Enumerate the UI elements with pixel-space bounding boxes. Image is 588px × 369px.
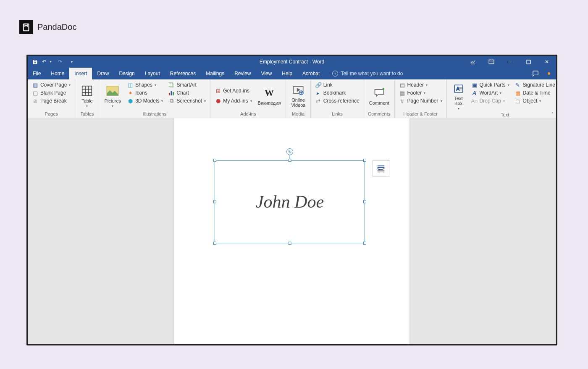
date-time-button[interactable]: ▦Date & Time bbox=[513, 89, 557, 97]
quick-parts-button[interactable]: ▣Quick Parts▾ bbox=[470, 81, 511, 89]
resize-handle-bm[interactable] bbox=[289, 242, 291, 245]
svg-rect-1 bbox=[489, 60, 494, 63]
link-button[interactable]: 🔗Link bbox=[313, 81, 361, 89]
smartart-button[interactable]: ⿻SmartArt bbox=[166, 81, 207, 89]
my-addins-button[interactable]: ⬣My Add-ins▾ bbox=[213, 97, 253, 105]
tab-review[interactable]: Review bbox=[229, 68, 256, 79]
chart-icon bbox=[168, 90, 175, 96]
page-break-icon: ⎚ bbox=[32, 98, 39, 104]
resize-handle-ml[interactable] bbox=[213, 200, 216, 203]
cover-page-icon: ▥ bbox=[32, 82, 39, 88]
ribbon-mode-icon[interactable] bbox=[482, 56, 501, 68]
tab-mailings[interactable]: Mailings bbox=[201, 68, 229, 79]
feedback-icon[interactable] bbox=[532, 70, 539, 77]
svg-rect-16 bbox=[378, 171, 385, 172]
online-videos-button[interactable]: Online Videos bbox=[289, 81, 307, 111]
tab-draw[interactable]: Draw bbox=[92, 68, 114, 79]
footer-button[interactable]: ▦Footer▾ bbox=[397, 89, 444, 97]
close-button[interactable]: ✕ bbox=[538, 56, 556, 68]
resize-handle-tl[interactable] bbox=[213, 159, 216, 162]
rotate-handle[interactable]: ↻ bbox=[286, 148, 293, 155]
document-area: ↻ John Doe bbox=[28, 118, 556, 344]
signature-line-button[interactable]: ✎Signature Line▾ bbox=[513, 81, 557, 89]
link-icon: 🔗 bbox=[315, 82, 322, 88]
tab-file[interactable]: File bbox=[28, 68, 46, 79]
screenshot-button[interactable]: ⧉Screenshot▾ bbox=[166, 97, 207, 105]
page-break-button[interactable]: ⎚Page Break bbox=[30, 97, 72, 105]
tab-references[interactable]: References bbox=[165, 68, 201, 79]
group-illustrations-label: Illustrations bbox=[102, 111, 207, 118]
pictures-icon bbox=[106, 84, 119, 98]
tab-help[interactable]: Help bbox=[277, 68, 297, 79]
group-addins-label: Add-ins bbox=[213, 111, 283, 118]
signature-text[interactable]: John Doe bbox=[256, 192, 324, 212]
collapse-ribbon-icon[interactable]: ˄ bbox=[551, 112, 554, 116]
comment-button[interactable]: Comment bbox=[367, 81, 392, 111]
undo-caret-icon[interactable]: ▾ bbox=[48, 59, 54, 65]
signature-textbox[interactable]: John Doe bbox=[215, 160, 365, 243]
icons-icon: ✦ bbox=[127, 90, 134, 96]
bookmark-icon: ▸ bbox=[315, 90, 322, 96]
shapes-button[interactable]: ◫Shapes▾ bbox=[125, 81, 165, 89]
cross-reference-button[interactable]: ⇄Cross-reference bbox=[313, 97, 361, 105]
signature-icon: ✎ bbox=[514, 82, 521, 88]
save-icon[interactable] bbox=[32, 59, 38, 65]
tab-layout[interactable]: Layout bbox=[140, 68, 165, 79]
dropcap-button[interactable]: A≡Drop Cap▾ bbox=[470, 97, 511, 105]
tab-acrobat[interactable]: Acrobat bbox=[297, 68, 325, 79]
video-icon bbox=[291, 84, 305, 97]
pandadoc-logo-icon bbox=[19, 20, 33, 34]
comment-icon bbox=[373, 86, 386, 100]
resize-handle-mr[interactable] bbox=[363, 200, 366, 203]
svg-rect-2 bbox=[527, 60, 530, 64]
resize-handle-tm[interactable] bbox=[289, 159, 291, 162]
object-button[interactable]: ◻Object▾ bbox=[513, 97, 557, 105]
display-settings-icon[interactable] bbox=[464, 56, 482, 68]
blank-page-button[interactable]: ▢Blank Page bbox=[30, 89, 72, 97]
cover-page-button[interactable]: ▥Cover Page▾ bbox=[30, 81, 72, 89]
tab-design[interactable]: Design bbox=[114, 68, 139, 79]
notification-dot-icon bbox=[548, 72, 550, 75]
group-illustrations: Pictures▾ ◫Shapes▾ ✦Icons ⬢3D Models▾ ⿻S… bbox=[99, 79, 210, 118]
tell-me-search[interactable]: ♀ Tell me what you want to do bbox=[332, 68, 403, 79]
group-addins: ⊞Get Add-ins ⬣My Add-ins▾ W Википедия Ad… bbox=[210, 79, 286, 118]
tab-view[interactable]: View bbox=[256, 68, 277, 79]
group-pages-label: Pages bbox=[30, 111, 72, 118]
group-header-footer: ▤Header▾ ▦Footer▾ #Page Number▾ Header &… bbox=[395, 79, 447, 118]
3d-models-button[interactable]: ⬢3D Models▾ bbox=[125, 97, 165, 105]
page-number-button[interactable]: #Page Number▾ bbox=[397, 97, 444, 105]
svg-rect-6 bbox=[169, 93, 170, 95]
tab-insert[interactable]: Insert bbox=[69, 68, 92, 79]
pandadoc-brand-name: PandaDoc bbox=[37, 22, 76, 32]
get-addins-button[interactable]: ⊞Get Add-ins bbox=[213, 87, 253, 95]
wikipedia-button[interactable]: W Википедия bbox=[255, 81, 284, 111]
word-window: ↶ ▾ ↷ ▾ Employment Contract - Word ─ ✕ F… bbox=[26, 55, 557, 345]
qat-customize-icon[interactable]: ▾ bbox=[69, 59, 75, 65]
textbox-button[interactable]: A Text Box▾ bbox=[449, 81, 468, 111]
tab-home[interactable]: Home bbox=[46, 68, 69, 79]
undo-icon[interactable]: ↶ bbox=[41, 59, 47, 65]
maximize-button[interactable] bbox=[519, 56, 538, 68]
group-pages: ▥Cover Page▾ ▢Blank Page ⎚Page Break Pag… bbox=[28, 79, 75, 118]
bookmark-button[interactable]: ▸Bookmark bbox=[313, 89, 361, 97]
chart-button[interactable]: Chart bbox=[166, 89, 207, 97]
layout-options-button[interactable] bbox=[373, 160, 389, 177]
quick-access-toolbar: ↶ ▾ ↷ ▾ bbox=[28, 59, 75, 65]
svg-rect-7 bbox=[171, 91, 172, 95]
lightbulb-icon: ♀ bbox=[332, 71, 338, 76]
screenshot-icon: ⧉ bbox=[168, 98, 175, 104]
redo-icon[interactable]: ↷ bbox=[57, 59, 63, 65]
titlebar: ↶ ▾ ↷ ▾ Employment Contract - Word ─ ✕ bbox=[28, 56, 556, 68]
table-button[interactable]: Table▾ bbox=[78, 81, 96, 111]
wordart-button[interactable]: AWordArt▾ bbox=[470, 89, 511, 97]
pictures-button[interactable]: Pictures▾ bbox=[102, 81, 123, 111]
table-icon bbox=[80, 84, 94, 98]
resize-handle-tr[interactable] bbox=[363, 159, 366, 162]
resize-handle-br[interactable] bbox=[363, 242, 366, 245]
header-button[interactable]: ▤Header▾ bbox=[397, 81, 444, 89]
document-page[interactable]: ↻ John Doe bbox=[174, 118, 410, 344]
textbox-selection[interactable]: ↻ John Doe bbox=[215, 160, 365, 243]
icons-button[interactable]: ✦Icons bbox=[125, 89, 165, 97]
minimize-button[interactable]: ─ bbox=[501, 56, 519, 68]
resize-handle-bl[interactable] bbox=[213, 242, 216, 245]
